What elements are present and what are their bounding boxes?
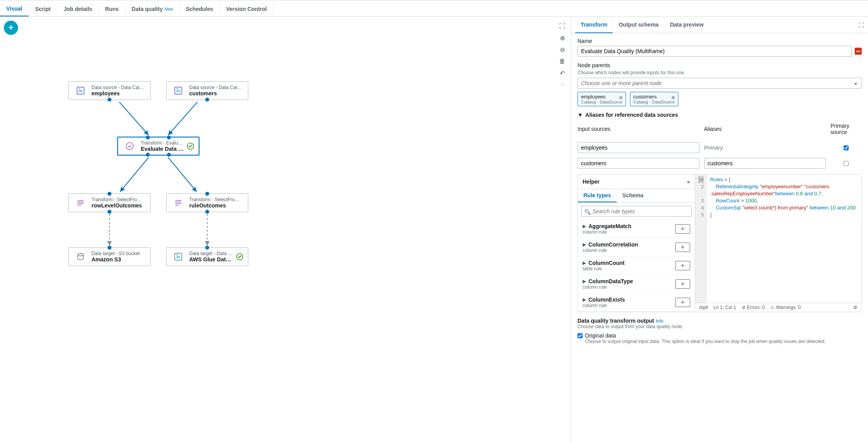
code-editor[interactable]: Rules = [ ReferentialIntegrity "employee… bbox=[707, 175, 859, 303]
svg-line-1 bbox=[168, 102, 197, 135]
node-ruleout[interactable]: Transform - SelectFromC…ruleOutcomes bbox=[166, 193, 248, 212]
rtab-output-schema[interactable]: Output schema bbox=[613, 17, 664, 33]
node-eval[interactable]: Transform - Evaluate dat…Evaluate Data Q… bbox=[117, 137, 199, 155]
status-ok-icon bbox=[236, 253, 243, 260]
tab-job-details[interactable]: Job details bbox=[57, 1, 99, 16]
add-rule-button[interactable]: + bbox=[675, 243, 690, 252]
editor-settings-icon[interactable]: ⚙ bbox=[853, 305, 857, 310]
col-input-sources: Input sources bbox=[577, 126, 699, 132]
aliases-expander[interactable]: ▼ Aliases for referenced data sources bbox=[577, 112, 862, 118]
node-src2[interactable]: Data source - Data Catalogcustomers bbox=[166, 81, 248, 100]
tab-data-quality[interactable]: Data qualityNew bbox=[126, 1, 179, 16]
node-menu-button[interactable]: ••• bbox=[855, 48, 862, 55]
canvas-toolbar: ⛶ ⊕ ⊖ 🗑 ↶ ↷ bbox=[557, 21, 568, 90]
rule-columncount: ▶ColumnCounttable rule+ bbox=[578, 257, 695, 275]
parents-label: Node parents bbox=[577, 62, 862, 68]
canvas: + ⛶ ⊕ ⊖ 🗑 ↶ ↷ Data source - Data Catalog… bbox=[0, 17, 571, 443]
add-rule-button[interactable]: + bbox=[675, 224, 690, 234]
original-data-checkbox[interactable] bbox=[577, 333, 583, 338]
status-ok-icon bbox=[187, 143, 194, 150]
name-input[interactable] bbox=[577, 46, 852, 57]
port-top[interactable] bbox=[205, 246, 209, 250]
tab-version-control[interactable]: Version Control bbox=[220, 1, 273, 16]
redo-icon[interactable]: ↷ bbox=[557, 79, 568, 90]
chevron-down-icon: ▼ bbox=[577, 112, 583, 118]
expand-panel-icon[interactable]: ⛶ bbox=[859, 22, 864, 28]
alias-value-customers[interactable] bbox=[704, 158, 826, 169]
svg-point-8 bbox=[126, 143, 133, 150]
helper-tab-schema[interactable]: Schema bbox=[617, 189, 649, 202]
port-top[interactable] bbox=[108, 192, 111, 196]
editor-errors: ⊘ Errors: 0 bbox=[742, 305, 765, 310]
port-bottom[interactable] bbox=[205, 98, 209, 102]
port-top[interactable] bbox=[108, 246, 111, 250]
new-badge: New bbox=[164, 7, 173, 11]
port-top[interactable] bbox=[205, 192, 209, 196]
add-rule-button[interactable]: + bbox=[675, 279, 690, 289]
node-tgt1[interactable]: Data target - S3 bucketAmazon S3 bbox=[68, 247, 151, 266]
node-rowout[interactable]: Transform - SelectFromC…rowLevelOutcomes bbox=[68, 193, 151, 212]
editor-lang: dqdl bbox=[699, 305, 708, 310]
parents-select[interactable]: Choose one or more parent node bbox=[577, 78, 862, 89]
chevron-right-icon[interactable]: ▶ bbox=[583, 279, 586, 284]
parents-desc: Choose which nodes will provide inputs f… bbox=[577, 70, 862, 75]
select-icon bbox=[74, 196, 88, 210]
port-bottom[interactable] bbox=[108, 210, 111, 214]
primary-checkbox-1[interactable] bbox=[830, 145, 862, 150]
chevron-right-icon[interactable]: ▶ bbox=[583, 260, 586, 266]
rtab-transform[interactable]: Transform bbox=[575, 17, 613, 33]
delete-icon[interactable]: 🗑 bbox=[557, 56, 568, 67]
output-desc: Choose data to output from your data qua… bbox=[577, 324, 862, 329]
fit-icon[interactable]: ⛶ bbox=[557, 21, 568, 32]
catalog-icon bbox=[171, 250, 185, 264]
primary-checkbox-2[interactable] bbox=[830, 161, 862, 166]
remove-chip-icon[interactable]: ✕ bbox=[671, 95, 676, 101]
helper-title: Helper bbox=[583, 179, 600, 185]
node-tgt2[interactable]: Data target - Data CatalogAWS Glue Data … bbox=[166, 247, 248, 266]
chevron-right-icon[interactable]: ▶ bbox=[583, 297, 586, 302]
zoom-out-icon[interactable]: ⊖ bbox=[557, 44, 568, 55]
editor-pos: Ln 1, Col 1 bbox=[714, 305, 736, 310]
helper-tab-rule-types[interactable]: Rule types bbox=[578, 189, 617, 202]
remove-chip-icon[interactable]: ✕ bbox=[619, 95, 623, 101]
rule-aggregatematch: ▶AggregateMatchcolumn rule+ bbox=[578, 220, 695, 238]
info-link[interactable]: Info bbox=[656, 318, 664, 324]
port-top[interactable] bbox=[146, 136, 150, 139]
alias-input-employees[interactable] bbox=[577, 142, 699, 153]
tab-script[interactable]: Script bbox=[29, 1, 57, 16]
col-primary-source: Primary source bbox=[830, 123, 862, 135]
search-rule-types-input[interactable] bbox=[581, 206, 692, 217]
s3-icon bbox=[74, 250, 88, 264]
parent-chip-employees: employees Catalog - DataSource ✕ bbox=[577, 92, 626, 106]
collapse-helper-icon[interactable]: « bbox=[687, 179, 690, 185]
rule-columndatatype: ▶ColumnDataTypecolumn rule+ bbox=[578, 275, 695, 293]
add-node-button[interactable]: + bbox=[4, 21, 18, 35]
port-bottom[interactable] bbox=[205, 210, 209, 214]
chevron-right-icon[interactable]: ▶ bbox=[583, 242, 586, 247]
port-bottom[interactable] bbox=[108, 98, 111, 102]
chevron-right-icon[interactable]: ▶ bbox=[583, 223, 586, 229]
port-bottom[interactable] bbox=[146, 153, 150, 157]
rtab-data-preview[interactable]: Data preview bbox=[664, 17, 709, 33]
port-bottom[interactable] bbox=[167, 153, 171, 157]
svg-rect-11 bbox=[175, 253, 182, 260]
tab-schedules[interactable]: Schedules bbox=[179, 1, 220, 16]
tab-runs[interactable]: Runs bbox=[99, 1, 126, 16]
add-rule-button[interactable]: + bbox=[675, 298, 690, 307]
undo-icon[interactable]: ↶ bbox=[557, 68, 568, 79]
add-rule-button[interactable]: + bbox=[675, 261, 690, 270]
editor-gutter: 1▾2 345 bbox=[695, 175, 707, 303]
svg-rect-7 bbox=[175, 87, 182, 94]
col-aliases: Aliases bbox=[704, 126, 826, 132]
alias-input-customers[interactable] bbox=[577, 158, 699, 169]
tab-visual[interactable]: Visual bbox=[0, 1, 29, 16]
port-top[interactable] bbox=[167, 136, 171, 139]
eval-icon bbox=[123, 139, 137, 153]
editor-warnings: ⚠ Warnings: 0 bbox=[770, 305, 801, 310]
right-panel: Transform Output schema Data preview ⛶ N… bbox=[571, 17, 868, 443]
original-data-desc: Choose to output original input data. Th… bbox=[585, 339, 826, 344]
output-title: Data quality transform output bbox=[577, 318, 654, 324]
zoom-in-icon[interactable]: ⊕ bbox=[557, 32, 568, 43]
svg-line-2 bbox=[120, 157, 149, 192]
node-src1[interactable]: Data source - Data Catalogemployees bbox=[68, 81, 151, 100]
